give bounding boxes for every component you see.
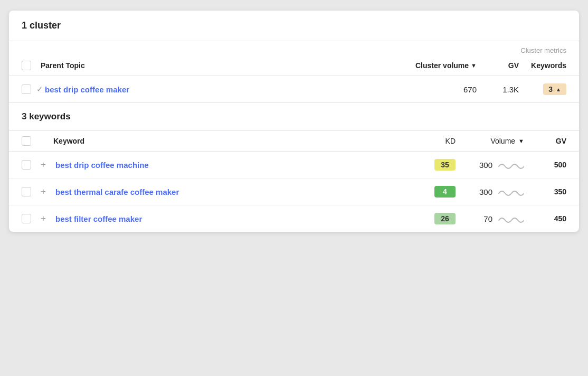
kw-name-col-1: best thermal carafe coffee maker bbox=[53, 187, 419, 196]
kw-plus-col-0: + bbox=[39, 159, 53, 170]
kd-col-1: 4 bbox=[419, 186, 456, 198]
parent-row-checkbox-col: ✓ bbox=[22, 84, 41, 94]
kw-name-col-2: best filter coffee maker bbox=[53, 214, 419, 223]
gv-value-0: 500 bbox=[524, 161, 566, 169]
kd-col-0: 35 bbox=[419, 159, 456, 171]
sort-arrow-icon: ▼ bbox=[471, 62, 477, 69]
gv-kw-col-header: GV bbox=[524, 137, 566, 145]
keyword-row: + best filter coffee maker 26 70 450 bbox=[9, 205, 579, 232]
main-card: 1 cluster Cluster metrics Parent Topic C… bbox=[9, 11, 579, 232]
kd-badge-0: 35 bbox=[434, 159, 456, 171]
kd-col-2: 26 bbox=[419, 213, 456, 224]
add-keyword-icon-0[interactable]: + bbox=[41, 159, 46, 170]
keywords-col-header: Keywords bbox=[519, 61, 566, 70]
volume-col-2: 70 bbox=[456, 213, 524, 224]
kw-plus-col-1: + bbox=[39, 186, 53, 197]
kw-checkbox-0[interactable] bbox=[22, 160, 31, 170]
kw-header-checkbox-col bbox=[22, 136, 39, 146]
parent-gv: 1.3K bbox=[477, 85, 519, 94]
cluster-header: 1 cluster bbox=[9, 11, 579, 41]
gv-value-2: 450 bbox=[524, 214, 566, 223]
add-keyword-icon-2[interactable]: + bbox=[41, 213, 46, 223]
kw-checkbox-2[interactable] bbox=[22, 214, 31, 223]
parent-row-checkbox[interactable] bbox=[22, 84, 31, 94]
gv-col-header: GV bbox=[477, 61, 519, 70]
volume-col-0: 300 bbox=[456, 159, 524, 171]
kw-checkbox-col-0 bbox=[22, 160, 39, 170]
parent-topic-row: ✓ best drip coffee maker 670 1.3K 3 ▲ bbox=[9, 76, 579, 103]
kw-name-col-0: best drip coffee machine bbox=[53, 161, 419, 170]
keywords-count-value: 3 bbox=[548, 85, 553, 93]
keywords-rows-container: + best drip coffee machine 35 300 500 + … bbox=[9, 152, 579, 232]
volume-value-2: 70 bbox=[461, 214, 492, 223]
keywords-table-header: Keyword KD Volume ▼ GV bbox=[9, 131, 579, 152]
header-checkbox-col bbox=[22, 61, 41, 70]
parent-topic-link[interactable]: best drip coffee maker bbox=[45, 85, 129, 94]
keywords-count-badge-col: 3 ▲ bbox=[519, 83, 566, 95]
kw-select-all-checkbox[interactable] bbox=[22, 136, 31, 146]
cluster-volume-col-header[interactable]: Cluster volume ▼ bbox=[392, 61, 477, 70]
expand-arrow-icon: ▲ bbox=[556, 87, 561, 92]
trend-chart bbox=[498, 159, 524, 171]
metrics-label-row: Cluster metrics bbox=[9, 41, 579, 55]
keyword-col-header: Keyword bbox=[53, 137, 419, 145]
volume-col-1: 300 bbox=[456, 186, 524, 198]
add-keyword-icon-1[interactable]: + bbox=[41, 186, 46, 196]
kw-checkbox-col-2 bbox=[22, 214, 39, 223]
kd-badge-1: 4 bbox=[434, 186, 456, 198]
kw-checkbox-col-1 bbox=[22, 187, 39, 196]
keyword-link-1[interactable]: best thermal carafe coffee maker bbox=[55, 187, 179, 196]
parent-cluster-volume: 670 bbox=[392, 85, 477, 94]
keywords-section-header: 3 keywords bbox=[9, 103, 579, 131]
kw-checkbox-1[interactable] bbox=[22, 187, 31, 196]
kd-col-header: KD bbox=[419, 137, 456, 145]
metrics-label: Cluster metrics bbox=[520, 46, 566, 54]
parent-topic-name: best drip coffee maker bbox=[41, 85, 392, 94]
gv-value-1: 350 bbox=[524, 187, 566, 196]
cluster-title: 1 cluster bbox=[22, 20, 61, 31]
parent-topic-col-header: Parent Topic bbox=[41, 61, 392, 70]
kw-plus-col-2: + bbox=[39, 213, 53, 224]
kd-badge-2: 26 bbox=[434, 213, 456, 224]
volume-value-1: 300 bbox=[461, 187, 492, 196]
keywords-count-badge[interactable]: 3 ▲ bbox=[543, 83, 566, 95]
parent-table-header: Parent Topic Cluster volume ▼ GV Keyword… bbox=[9, 55, 579, 76]
volume-value-0: 300 bbox=[461, 161, 492, 170]
keyword-link-0[interactable]: best drip coffee machine bbox=[55, 161, 149, 170]
keywords-title: 3 keywords bbox=[22, 111, 71, 121]
keyword-row: + best drip coffee machine 35 300 500 bbox=[9, 152, 579, 178]
keyword-link-2[interactable]: best filter coffee maker bbox=[55, 214, 142, 223]
keyword-row: + best thermal carafe coffee maker 4 300… bbox=[9, 178, 579, 205]
select-all-checkbox[interactable] bbox=[22, 61, 31, 70]
volume-col-header[interactable]: Volume ▼ bbox=[456, 137, 524, 145]
trend-chart bbox=[498, 186, 524, 198]
trend-chart bbox=[498, 213, 524, 224]
volume-sort-icon: ▼ bbox=[518, 138, 524, 144]
